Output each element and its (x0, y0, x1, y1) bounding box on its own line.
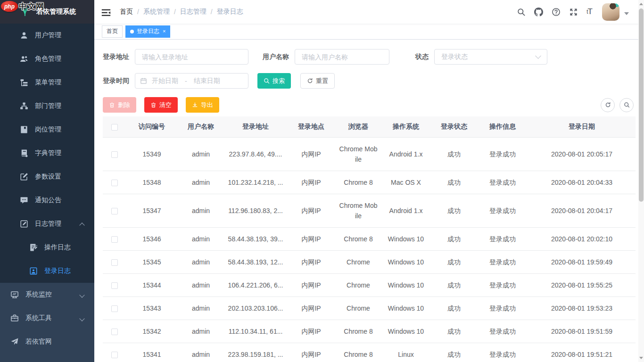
sidebar-item-monitor[interactable]: 系统监控 (0, 283, 94, 306)
select-all-checkbox[interactable] (111, 124, 118, 131)
sidebar-item-log-mgmt[interactable]: 日志管理 (0, 212, 94, 236)
sidebar-item-label: 登录日志 (44, 267, 71, 275)
user-avatar[interactable] (602, 3, 619, 21)
row-checkbox[interactable] (111, 208, 118, 214)
row-checkbox[interactable] (111, 282, 118, 289)
row-checkbox[interactable] (111, 180, 118, 186)
breadcrumb-home[interactable]: 首页 (120, 8, 133, 16)
user-name-label: 用户名称 (248, 53, 295, 61)
refresh-icon (307, 78, 313, 84)
table-row[interactable]: 15342admin112.10.34.11, 61... 内网IPChrome… (103, 320, 636, 343)
row-checkbox[interactable] (111, 259, 118, 266)
sidebar-item-label: 通知公告 (35, 196, 61, 205)
table-row[interactable]: 15344admin106.4.221.206, 6... 内网IPChrome… (103, 273, 636, 296)
chevron-down-icon (80, 292, 85, 297)
chevron-up-icon (80, 222, 85, 226)
chevron-down-icon (80, 316, 85, 321)
row-checkbox[interactable] (111, 329, 118, 335)
sidebar-item-tool[interactable]: 系统工具 (0, 306, 94, 330)
tab-label: 首页 (107, 27, 118, 35)
table-row[interactable]: 15348admin101.232.14.218, ... 内网IPChrome… (103, 171, 636, 194)
sidebar-item-label: 用户管理 (35, 31, 61, 40)
filter-row-2: 登录时间 开始日期 - 结束日期 搜索 重置 (103, 73, 636, 89)
col-header-browser: 浏览器 (336, 116, 381, 137)
tab-home[interactable]: 首页 (102, 25, 123, 38)
scroll-up-arrow-icon[interactable] (639, 3, 643, 5)
sidebar-item-login-log[interactable]: 登录日志 (0, 259, 94, 283)
post-icon (20, 125, 28, 134)
font-size-icon[interactable]: tT (582, 7, 596, 16)
sidebar-item-config-mgmt[interactable]: 参数设置 (0, 165, 94, 189)
col-header-msg: 操作信息 (477, 116, 528, 137)
col-header-ip: 登录地址 (224, 116, 287, 137)
logininfor-icon (29, 267, 38, 275)
table-row[interactable]: 15345admin58.44.38.193, 12... 内网IPChrome… (103, 250, 636, 273)
login-time-range-picker[interactable]: 开始日期 - 结束日期 (135, 73, 248, 89)
col-header-id[interactable]: 访问编号 (126, 116, 177, 137)
sidebar-item-dict-mgmt[interactable]: 字典管理 (0, 141, 94, 165)
table-row[interactable]: 15346admin58.44.38.193, 39... 内网IPChrome… (103, 227, 636, 250)
app-window: php 中文网 若依管理系统 用户管理 (0, 0, 644, 362)
table-row[interactable]: 15349admin223.97.8.46, 49.... 内网IPChrome… (103, 137, 636, 171)
github-icon[interactable] (530, 8, 547, 16)
user-name-input[interactable] (295, 49, 389, 65)
sidebar-toggle-icon[interactable] (101, 8, 111, 16)
help-icon[interactable] (547, 8, 565, 16)
refresh-icon (605, 102, 611, 108)
tab-login-log[interactable]: 登录日志 × (125, 25, 170, 38)
tags-view-bar: 首页 登录日志 × (94, 24, 644, 40)
sidebar-item-label: 日志管理 (35, 220, 61, 228)
login-time-label: 登录时间 (103, 77, 135, 85)
sidebar-item-role-mgmt[interactable]: 角色管理 (0, 47, 94, 71)
breadcrumb-separator: / (174, 8, 176, 16)
login-address-label: 登录地址 (103, 53, 135, 61)
breadcrumb-system[interactable]: 系统管理 (143, 8, 170, 16)
breadcrumb-separator: / (137, 8, 139, 16)
sidebar-item-label: 操作日志 (44, 243, 71, 252)
refresh-table-button[interactable] (601, 98, 615, 112)
guide-icon (10, 337, 19, 346)
col-header-time[interactable]: 登录日期 (528, 116, 636, 137)
vertical-scrollbar[interactable] (638, 0, 644, 362)
breadcrumb-log[interactable]: 日志管理 (180, 8, 206, 16)
table-row[interactable]: 15347admin112.96.180.83, 2... 内网IPChrome… (103, 194, 636, 227)
sidebar-item-oper-log[interactable]: 操作日志 (0, 236, 94, 259)
row-checkbox[interactable] (111, 352, 118, 358)
fullscreen-icon[interactable] (565, 8, 582, 16)
search-icon[interactable] (512, 8, 530, 16)
chevron-down-icon (535, 53, 541, 59)
row-checkbox[interactable] (111, 236, 118, 243)
sidebar-item-label: 若依官网 (25, 337, 52, 346)
trash-icon (150, 102, 157, 108)
table-row[interactable]: 15343admin202.103.203.106... 内网IPChromeW… (103, 296, 636, 320)
row-checkbox[interactable] (111, 305, 118, 312)
row-checkbox[interactable] (111, 151, 118, 158)
sidebar-item-dept-mgmt[interactable]: 部门管理 (0, 94, 94, 118)
sidebar-item-user-mgmt[interactable]: 用户管理 (0, 24, 94, 47)
tab-close-icon[interactable]: × (163, 29, 165, 34)
edit-icon (20, 173, 28, 181)
table-row[interactable]: 15341admin223.98.159.181, ... 内网IPChrome… (103, 343, 636, 362)
sidebar-item-post-mgmt[interactable]: 岗位管理 (0, 118, 94, 141)
calendar-icon (140, 77, 147, 84)
avatar-caret-down-icon[interactable] (624, 12, 629, 15)
delete-button[interactable]: 删除 (103, 97, 136, 113)
export-button[interactable]: 导出 (186, 97, 219, 113)
search-icon (624, 102, 630, 108)
user-icon (20, 31, 28, 40)
sidebar-item-menu-mgmt[interactable]: 菜单管理 (0, 71, 94, 94)
sidebar-item-official-site[interactable]: 若依官网 (0, 330, 94, 354)
scrollbar-thumb[interactable] (639, 8, 644, 202)
sidebar-item-notice-mgmt[interactable]: 通知公告 (0, 189, 94, 212)
scroll-down-arrow-icon[interactable] (639, 357, 643, 359)
login-address-input[interactable] (135, 49, 248, 65)
reset-button[interactable]: 重置 (300, 73, 335, 89)
status-label: 状态 (389, 53, 434, 61)
search-button[interactable]: 搜索 (257, 73, 291, 89)
toggle-search-button[interactable] (619, 98, 634, 112)
breadcrumb: 首页 / 系统管理 / 日志管理 / 登录日志 (120, 8, 243, 16)
clear-button[interactable]: 清空 (144, 97, 178, 113)
filter-row-1: 登录地址 用户名称 状态 登录状态 (103, 49, 636, 65)
status-select[interactable]: 登录状态 (434, 49, 547, 65)
range-separator: - (185, 77, 187, 85)
